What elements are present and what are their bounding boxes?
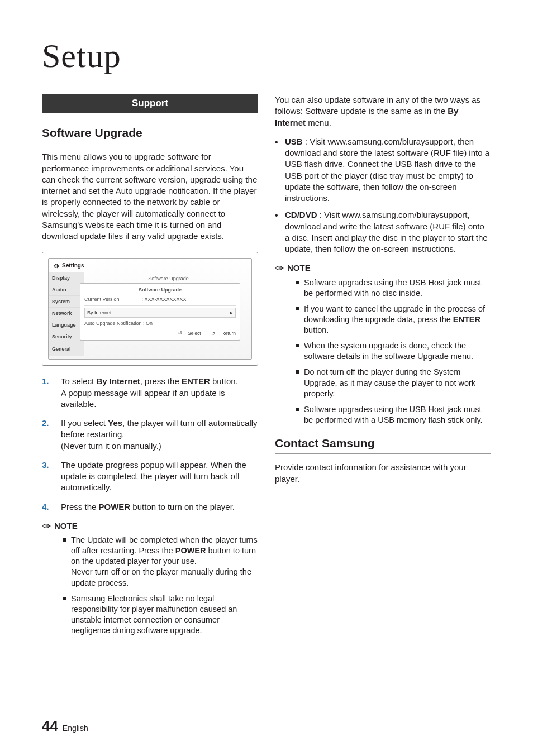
footer-language: English xyxy=(63,724,88,733)
right-intro: You can also update software in any of t… xyxy=(275,94,491,128)
page-number: 44 xyxy=(42,717,58,734)
hand-icon xyxy=(42,522,52,530)
menu-audio[interactable]: Audio xyxy=(49,284,84,296)
software-upgrade-panel: Software Upgrade Current Version : XXX-X… xyxy=(80,283,240,341)
contact-text: Provide contact information for assistan… xyxy=(275,462,491,485)
note-item: When the system upgrade is done, check t… xyxy=(296,341,491,362)
current-version-label: Current Version xyxy=(84,296,120,303)
chevron-right-icon: ▸ xyxy=(230,309,233,316)
settings-header: Settings xyxy=(49,259,251,272)
note-heading-right: NOTE xyxy=(275,262,491,274)
gear-icon xyxy=(53,263,59,269)
step-3: 3. The update progress popup will appear… xyxy=(42,460,258,494)
manual-page: Setup Support Software Upgrade This menu… xyxy=(0,0,533,756)
note-item: Software upgrades using the USB Host jac… xyxy=(296,404,491,425)
note-item: Do not turn off the player during the Sy… xyxy=(296,367,491,399)
panel-title: Software Upgrade xyxy=(84,286,236,293)
step-4: 4. Press the POWER button to turn on the… xyxy=(42,501,258,513)
by-internet-label: By Internet xyxy=(87,309,112,316)
contact-samsung-heading: Contact Samsung xyxy=(275,436,491,454)
return-hint: ↺ Return xyxy=(207,331,236,336)
current-version-row: Current Version : XXX-XXXXXXXXX xyxy=(84,295,236,304)
settings-body: Display Audio System Network Language Se… xyxy=(49,272,251,356)
right-column: You can also update software in any of t… xyxy=(275,94,491,644)
select-hint: ⏎ Select xyxy=(173,331,201,336)
menu-language[interactable]: Language xyxy=(49,319,84,331)
note-item: Samsung Electronics shall take no legal … xyxy=(63,594,258,637)
current-version-value: : XXX-XXXXXXXXX xyxy=(142,296,187,303)
breadcrumb: Software Upgrade xyxy=(90,275,247,282)
note-item: Software upgrades using the USB Host jac… xyxy=(296,277,491,299)
return-icon: ↺ xyxy=(211,331,216,336)
note-item: If you want to cancel the upgrade in the… xyxy=(296,304,491,336)
panel-actions: ⏎ Select ↺ Return xyxy=(84,328,236,337)
step-2: 2. If you select Yes, the player will tu… xyxy=(42,418,258,452)
by-internet-option[interactable]: By Internet ▸ xyxy=(84,308,236,318)
settings-sidebar: Display Audio System Network Language Se… xyxy=(49,272,84,356)
menu-display[interactable]: Display xyxy=(49,272,84,284)
left-column: Support Software Upgrade This menu allow… xyxy=(42,94,258,644)
page-footer: 44 English xyxy=(42,716,88,736)
update-methods: USB : Visit www.samsung.com/bluraysuppor… xyxy=(275,136,491,255)
settings-main: Software Upgrade Software Upgrade Curren… xyxy=(84,272,251,356)
cddvd-method: CD/DVD : Visit www.samsung.com/bluraysup… xyxy=(275,209,491,255)
settings-window: Settings Display Audio System Network La… xyxy=(48,258,252,360)
note-list-right: Software upgrades using the USB Host jac… xyxy=(296,277,491,426)
note-heading-left: NOTE xyxy=(42,520,258,532)
menu-system[interactable]: System xyxy=(49,296,84,308)
two-column-layout: Support Software Upgrade This menu allow… xyxy=(42,94,491,644)
note-item: The Update will be completed when the pl… xyxy=(63,535,258,588)
intro-paragraph: This menu allows you to upgrade software… xyxy=(42,151,258,242)
step-1: 1. To select By Internet, press the ENTE… xyxy=(42,376,258,410)
menu-security[interactable]: Security xyxy=(49,331,84,343)
support-header: Support xyxy=(42,94,258,113)
menu-support[interactable]: Support xyxy=(49,355,84,356)
note-list-left: The Update will be completed when the pl… xyxy=(63,535,258,636)
software-upgrade-heading: Software Upgrade xyxy=(42,125,258,143)
menu-general[interactable]: General xyxy=(49,343,84,355)
auto-upgrade-row[interactable]: Auto Upgrade Notification : On xyxy=(84,319,236,328)
page-title: Setup xyxy=(42,34,491,79)
divider xyxy=(84,305,236,306)
settings-screenshot: Settings Display Audio System Network La… xyxy=(42,252,258,366)
procedure-steps: 1. To select By Internet, press the ENTE… xyxy=(42,376,258,513)
usb-method: USB : Visit www.samsung.com/bluraysuppor… xyxy=(275,136,491,204)
settings-title: Settings xyxy=(62,262,84,270)
enter-icon: ⏎ xyxy=(178,331,182,336)
hand-icon xyxy=(275,264,285,272)
menu-network[interactable]: Network xyxy=(49,308,84,319)
